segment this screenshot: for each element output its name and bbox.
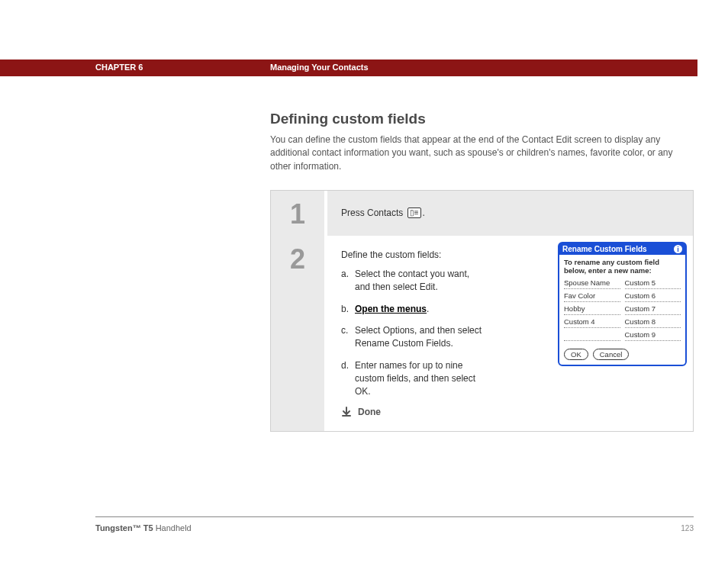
step-2-substeps: a. Select the contact you want, and then…	[341, 268, 486, 397]
marker-c: c.	[341, 324, 355, 350]
marker-b: b.	[341, 303, 355, 316]
footer-product: Tungsten™ T5 Handheld	[95, 523, 192, 532]
dialog-title-text: Rename Custom Fields	[562, 245, 647, 253]
step-2-body: Define the custom fields: a. Select the …	[327, 236, 693, 431]
done-row: Done	[341, 407, 682, 417]
custom-field-input[interactable]	[564, 330, 620, 341]
chapter-header: CHAPTER 6 Managing Your Contacts	[0, 60, 697, 76]
step-1-body: Press Contacts ▯≡.	[327, 191, 693, 236]
step-1-row: 1 Press Contacts ▯≡.	[271, 191, 693, 236]
substep-a: a. Select the contact you want, and then…	[341, 268, 486, 294]
substep-b-text: Open the menus.	[355, 303, 429, 316]
dialog-button-row: OK Cancel	[559, 346, 685, 365]
substep-d-text: Enter names for up to nine custom fields…	[355, 359, 486, 397]
steps-container: 1 Press Contacts ▯≡. 2 Define the custom…	[270, 190, 694, 432]
step-1-number: 1	[290, 198, 305, 230]
ok-button[interactable]: OK	[564, 349, 588, 360]
substep-c-text: Select Options, and then select Rename C…	[355, 324, 486, 350]
product-name-bold: Tungsten™ T5	[95, 523, 153, 532]
section-description: You can define the custom fields that ap…	[270, 134, 694, 173]
open-menus-link[interactable]: Open the menus	[355, 304, 427, 314]
dialog-instruction: To rename any custom field below, enter …	[559, 255, 685, 277]
step-number-cell: 1	[271, 191, 327, 236]
custom-field-input[interactable]: Custom 4	[564, 317, 620, 328]
custom-field-input[interactable]: Custom 5	[625, 278, 681, 289]
marker-a: a.	[341, 268, 355, 294]
substep-b: b. Open the menus.	[341, 303, 486, 316]
substep-a-text: Select the contact you want, and then se…	[355, 268, 486, 294]
main-content: Defining custom fields You can define th…	[270, 111, 694, 432]
info-icon[interactable]: i	[674, 245, 682, 253]
substep-d: d. Enter names for up to nine custom fie…	[341, 359, 486, 397]
step-2-number: 2	[290, 243, 305, 275]
dialog-fields-grid: Spouse Name Fav Color Hobby Custom 4 Cus…	[559, 277, 685, 346]
cancel-button[interactable]: Cancel	[593, 349, 630, 360]
chapter-label: CHAPTER 6	[95, 63, 143, 72]
dialog-col-1: Spouse Name Fav Color Hobby Custom 4	[564, 278, 620, 341]
contacts-icon: ▯≡	[407, 208, 421, 218]
dialog-col-2: Custom 5 Custom 6 Custom 7 Custom 8 Cust…	[625, 278, 681, 341]
page-number: 123	[681, 524, 694, 532]
step-1-text-post: .	[423, 208, 425, 218]
done-label: Done	[358, 407, 381, 417]
custom-field-input[interactable]: Spouse Name	[564, 278, 620, 289]
dialog-titlebar: Rename Custom Fields i	[559, 243, 685, 255]
step-2-row: 2 Define the custom fields: a. Select th…	[271, 236, 693, 431]
step-1-text-pre: Press Contacts	[341, 208, 406, 218]
product-name-rest: Handheld	[153, 523, 192, 532]
done-arrow-icon	[341, 407, 352, 417]
rename-custom-fields-dialog: Rename Custom Fields i To rename any cus…	[558, 242, 687, 366]
footer-rule	[95, 516, 694, 517]
custom-field-input[interactable]: Custom 8	[625, 317, 681, 328]
custom-field-input[interactable]: Fav Color	[564, 291, 620, 302]
substep-c: c. Select Options, and then select Renam…	[341, 324, 486, 350]
chapter-title: Managing Your Contacts	[270, 63, 369, 72]
custom-field-input[interactable]: Custom 9	[625, 330, 681, 341]
custom-field-input[interactable]: Hobby	[564, 304, 620, 315]
custom-field-input[interactable]: Custom 6	[625, 291, 681, 302]
custom-field-input[interactable]: Custom 7	[625, 304, 681, 315]
step-number-cell: 2	[271, 236, 327, 431]
section-title: Defining custom fields	[270, 111, 694, 127]
marker-d: d.	[341, 359, 355, 397]
